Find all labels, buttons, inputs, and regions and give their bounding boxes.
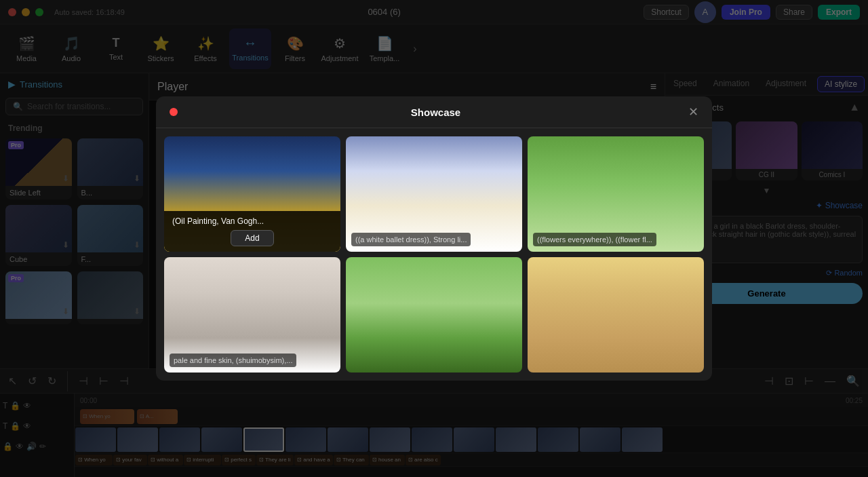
- showcase-item-4-caption: pale and fine skin, (shuimobysim),...: [170, 354, 296, 367]
- showcase-item-4[interactable]: pale and fine skin, (shuimobysim),...: [164, 257, 340, 373]
- showcase-item-6[interactable]: [528, 257, 704, 373]
- showcase-item-3[interactable]: ((flowers everywhere)), ((flower fl...: [528, 136, 704, 252]
- showcase-item-2-caption: ((a white ballet dress)), Strong li...: [351, 233, 471, 246]
- showcase-item-3-caption: ((flowers everywhere)), ((flower fl...: [533, 233, 656, 246]
- showcase-thumb-2: ((a white ballet dress)), Strong li...: [346, 136, 522, 252]
- showcase-thumb-3: ((flowers everywhere)), ((flower fl...: [528, 136, 704, 252]
- showcase-item-1[interactable]: (Oil Painting, Van Gogh... Add: [164, 136, 340, 252]
- showcase-item-1-caption: (Oil Painting, Van Gogh...: [172, 216, 332, 226]
- showcase-add-button[interactable]: Add: [231, 230, 273, 246]
- showcase-selected-overlay: (Oil Painting, Van Gogh... Add: [164, 211, 340, 252]
- showcase-thumb-5: [346, 257, 522, 373]
- showcase-grid: (Oil Painting, Van Gogh... Add ((a white…: [156, 128, 712, 381]
- showcase-overlay: Showcase ✕ (Oil Painting, Van Gogh... Ad…: [0, 0, 868, 477]
- showcase-thumb-4: pale and fine skin, (shuimobysim),...: [164, 257, 340, 373]
- showcase-title: Showcase: [411, 107, 460, 118]
- showcase-header: Showcase ✕: [156, 96, 712, 128]
- showcase-item-5[interactable]: [346, 257, 522, 373]
- showcase-item-2[interactable]: ((a white ballet dress)), Strong li...: [346, 136, 522, 252]
- showcase-close-button[interactable]: ✕: [688, 104, 698, 119]
- showcase-thumb-6: [528, 257, 704, 373]
- recording-dot: [170, 108, 178, 116]
- showcase-modal: Showcase ✕ (Oil Painting, Van Gogh... Ad…: [156, 96, 712, 381]
